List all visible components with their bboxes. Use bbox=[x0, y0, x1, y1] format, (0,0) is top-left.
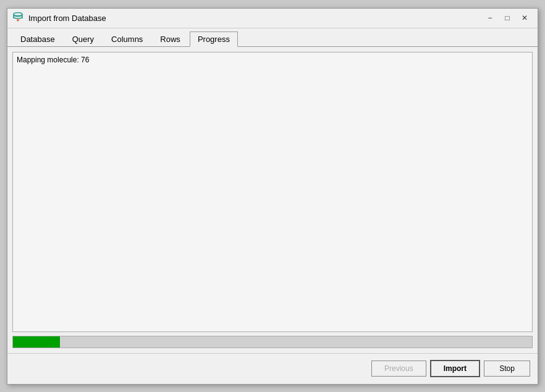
content-area: Mapping molecule: 76 bbox=[7, 47, 538, 353]
footer: Previous Import Stop bbox=[7, 353, 538, 384]
tab-bar: Database Query Columns Rows Progress bbox=[7, 28, 538, 47]
tab-rows[interactable]: Rows bbox=[152, 31, 188, 47]
minimize-button[interactable]: − bbox=[482, 12, 498, 24]
progress-bar-container bbox=[12, 336, 533, 348]
log-text: Mapping molecule: 76 bbox=[17, 55, 528, 65]
tab-columns[interactable]: Columns bbox=[103, 31, 151, 47]
previous-button[interactable]: Previous bbox=[371, 361, 426, 377]
import-button[interactable]: Import bbox=[430, 360, 480, 377]
maximize-button[interactable]: □ bbox=[499, 12, 515, 24]
window-controls: − □ ✕ bbox=[482, 12, 533, 24]
tab-database[interactable]: Database bbox=[12, 31, 63, 47]
main-window: Import from Database − □ ✕ Database Quer… bbox=[7, 8, 538, 385]
app-icon bbox=[12, 12, 25, 24]
svg-point-0 bbox=[14, 13, 22, 16]
close-button[interactable]: ✕ bbox=[517, 12, 533, 24]
window-title: Import from Database bbox=[28, 14, 482, 23]
progress-bar-fill bbox=[13, 336, 60, 348]
tab-query[interactable]: Query bbox=[64, 31, 102, 47]
log-panel[interactable]: Mapping molecule: 76 bbox=[12, 52, 533, 332]
stop-button[interactable]: Stop bbox=[484, 361, 530, 377]
title-bar: Import from Database − □ ✕ bbox=[7, 9, 538, 28]
tab-progress[interactable]: Progress bbox=[190, 31, 238, 47]
